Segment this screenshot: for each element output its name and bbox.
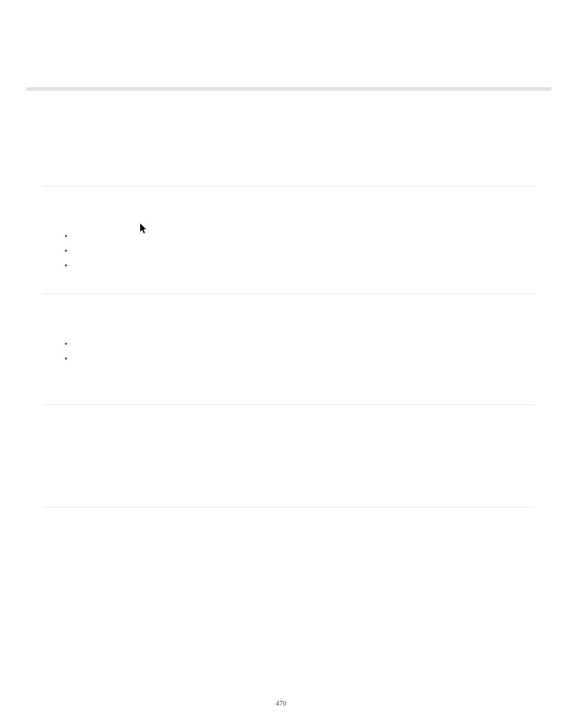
list-item xyxy=(65,232,528,247)
page-body xyxy=(42,186,535,595)
list-item xyxy=(65,262,528,276)
list-item xyxy=(65,247,528,262)
section-4 xyxy=(42,507,535,595)
list-item xyxy=(65,340,528,355)
section-2 xyxy=(42,294,535,404)
page-number: 470 xyxy=(0,699,562,708)
header-rule xyxy=(26,87,551,91)
section-1 xyxy=(42,186,535,294)
list-item xyxy=(65,355,528,370)
section-3 xyxy=(42,404,535,507)
bullet-list xyxy=(65,232,528,276)
bullet-list xyxy=(65,340,528,370)
